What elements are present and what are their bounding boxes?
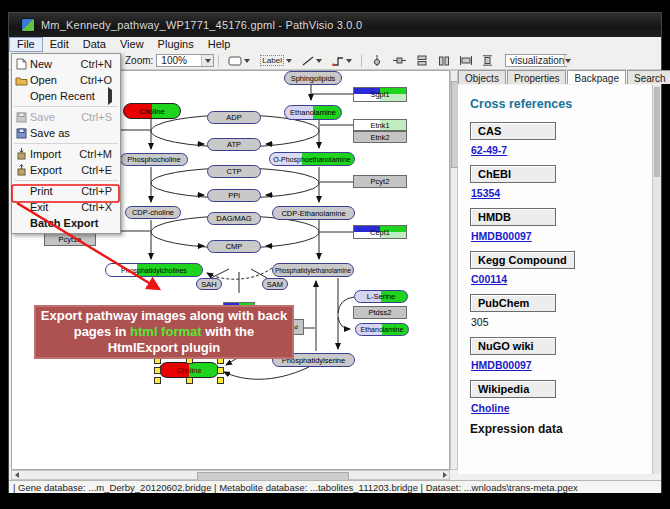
- node-sphingolipids[interactable]: Sphingolipids: [284, 71, 342, 85]
- scroll-left-icon[interactable]: [12, 471, 21, 479]
- align-center-horizontal-button[interactable]: [368, 53, 386, 68]
- xref-db-name: PubChem: [470, 294, 556, 312]
- panel-scroll-thumb[interactable]: [654, 87, 660, 177]
- xref-link[interactable]: HMDB00097: [471, 359, 532, 371]
- app-icon: [21, 18, 35, 32]
- selection-handle[interactable]: [217, 377, 224, 384]
- tab-objects[interactable]: Objects: [458, 70, 506, 84]
- xref-section-nugo: NuGO wiki HMDB00097: [470, 336, 652, 371]
- selection-handle[interactable]: [154, 377, 161, 384]
- gene-node-icon: [228, 56, 242, 66]
- node-cdp-ethanolamine[interactable]: CDP-Ethanolamine: [272, 206, 355, 220]
- align-center-vertical-button[interactable]: [390, 53, 409, 68]
- xref-db-name: HMDB: [470, 208, 556, 226]
- node-ctp[interactable]: CTP: [207, 165, 261, 178]
- menu-help[interactable]: Help: [201, 37, 238, 52]
- label-node-button[interactable]: Label: [257, 53, 295, 68]
- stack-horizontal-button[interactable]: [435, 53, 453, 68]
- file-menu-print[interactable]: PrintCtrl+P: [12, 183, 120, 199]
- panel-scrollbar[interactable]: [652, 85, 661, 474]
- xref-link[interactable]: HMDB00097: [471, 230, 532, 242]
- visualization-combobox[interactable]: visualization: [505, 54, 567, 67]
- stack-horizontal-icon: [438, 55, 450, 66]
- common-width-button[interactable]: [457, 53, 475, 68]
- selection-handle[interactable]: [154, 367, 161, 374]
- xref-section-chebi: ChEBI 15354: [470, 164, 652, 199]
- callout-line2-post: with the: [202, 324, 255, 339]
- side-panel: Objects Properties Backpage Search Legen…: [458, 70, 661, 474]
- menu-plugins[interactable]: Plugins: [151, 37, 201, 52]
- tab-search[interactable]: Search: [627, 70, 670, 84]
- xref-section-pubchem: PubChem 305: [470, 293, 652, 328]
- node-cept1[interactable]: Cept1: [353, 225, 407, 239]
- title-bar[interactable]: Mm_Kennedy_pathway_WP1771_45176.gpml - P…: [9, 13, 661, 37]
- zoom-combobox[interactable]: 100%: [156, 54, 214, 67]
- file-menu-batch-export[interactable]: Batch Export: [12, 215, 120, 231]
- node-choline[interactable]: Choline: [123, 103, 181, 119]
- side-panel-tabs: Objects Properties Backpage Search Legen…: [458, 70, 661, 86]
- node-atp[interactable]: ATP: [207, 138, 261, 151]
- node-cdp-choline[interactable]: CDP-choline: [125, 206, 181, 219]
- node-phosphatidylcholines[interactable]: Phosphatidylcholines: [105, 263, 203, 277]
- node-pcyt2[interactable]: Pcyt2: [353, 175, 407, 188]
- xref-link[interactable]: 62-49-7: [471, 144, 507, 156]
- common-height-button[interactable]: [479, 53, 497, 68]
- menu-data[interactable]: Data: [76, 37, 113, 52]
- file-menu-exit[interactable]: ExitCtrl+X: [12, 199, 120, 215]
- file-menu-save-as[interactable]: Save as: [12, 125, 120, 141]
- connector-tool-button[interactable]: [329, 54, 355, 68]
- node-dag-mag[interactable]: DAG/MAG: [207, 212, 261, 225]
- xref-link[interactable]: C00114: [471, 273, 507, 285]
- callout-line2-highlight: html format: [130, 324, 202, 339]
- visualization-caret-icon[interactable]: [564, 55, 571, 66]
- import-icon: [12, 148, 30, 160]
- xref-db-name: Kegg Compound: [470, 251, 575, 269]
- canvas-horizontal-scrollbar[interactable]: [11, 470, 450, 480]
- xref-link[interactable]: 15354: [471, 187, 500, 199]
- new-file-icon: [12, 58, 30, 70]
- menu-view[interactable]: View: [113, 37, 151, 52]
- line-tool-button[interactable]: [299, 54, 325, 68]
- export-icon: [12, 164, 30, 176]
- xref-db-name: NuGO wiki: [470, 337, 556, 355]
- node-etnk2[interactable]: Etnk2: [353, 131, 407, 143]
- file-menu-import[interactable]: ImportCtrl+M: [12, 146, 120, 162]
- selection-handle[interactable]: [186, 377, 193, 384]
- canvas-vertical-scrollbar[interactable]: [450, 70, 458, 470]
- node-phosphocholine[interactable]: Phosphocholine: [120, 153, 188, 166]
- node-ethanolamine-bottom[interactable]: Ethanolamine: [355, 323, 409, 336]
- status-text: | Gene database: ...m_Derby_20120602.bri…: [13, 482, 578, 493]
- node-adp[interactable]: ADP: [207, 111, 261, 124]
- zoom-label: Zoom:: [125, 55, 153, 66]
- node-l-serine[interactable]: L-Serine: [354, 290, 408, 303]
- node-cmp[interactable]: CMP: [207, 240, 261, 253]
- node-sgpl1[interactable]: Sgpl1: [353, 87, 407, 102]
- tab-backpage[interactable]: Backpage: [567, 70, 625, 84]
- zoom-caret-icon[interactable]: [201, 55, 213, 66]
- node-etnk1[interactable]: Etnk1: [353, 119, 407, 131]
- selection-handle[interactable]: [217, 367, 224, 374]
- menu-file[interactable]: File: [9, 37, 43, 52]
- node-ptdss2[interactable]: Ptdss2: [353, 306, 407, 319]
- menu-edit[interactable]: Edit: [43, 37, 76, 52]
- node-choline-selected[interactable]: Choline: [159, 362, 219, 378]
- file-menu-new[interactable]: NewCtrl+N: [12, 56, 120, 72]
- scroll-right-icon[interactable]: [440, 471, 449, 479]
- file-menu-save: SaveCtrl+S: [12, 109, 120, 125]
- node-ppi[interactable]: PPi: [207, 189, 261, 202]
- file-menu-dropdown: NewCtrl+N OpenCtrl+O Open Recent SaveCtr…: [11, 53, 121, 234]
- node-sah[interactable]: SAH: [196, 278, 222, 290]
- node-o-phosphoethanolamine[interactable]: O-Phosphoethanolamine: [269, 152, 355, 166]
- gene-node-button[interactable]: [225, 54, 253, 68]
- xref-link[interactable]: Choline: [471, 402, 510, 414]
- tab-properties[interactable]: Properties: [507, 70, 567, 84]
- save-as-disk-icon: [12, 128, 30, 139]
- node-ethanolamine[interactable]: Ethanolamine: [284, 105, 342, 120]
- node-sam[interactable]: SAM: [262, 278, 288, 290]
- file-menu-export[interactable]: ExportCtrl+E: [12, 162, 120, 178]
- node-pcyt1a[interactable]: Pcyt1a: [44, 233, 96, 246]
- stack-vertical-button[interactable]: [413, 53, 431, 68]
- file-menu-open-recent[interactable]: Open Recent: [12, 88, 120, 104]
- node-phosphatidylethanolamine[interactable]: Phosphatidylethanolamine: [272, 263, 354, 277]
- file-menu-open[interactable]: OpenCtrl+O: [12, 72, 120, 88]
